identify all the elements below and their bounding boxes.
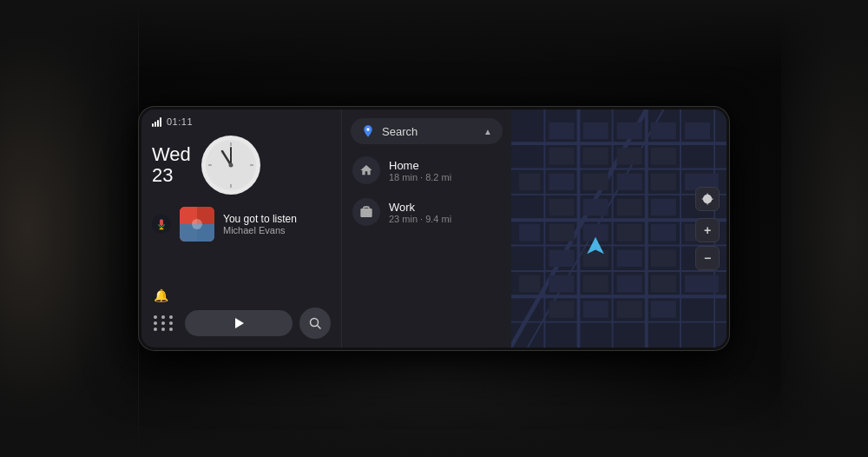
search-small-icon bbox=[309, 317, 321, 329]
svg-rect-44 bbox=[617, 148, 642, 165]
media-title: You got to listen bbox=[223, 213, 331, 225]
date-clock-area: Wed 23 bbox=[141, 130, 341, 202]
apps-grid[interactable] bbox=[152, 315, 174, 331]
location-button[interactable] bbox=[695, 187, 720, 211]
play-icon bbox=[233, 317, 245, 329]
svg-rect-49 bbox=[617, 173, 642, 190]
svg-rect-63 bbox=[582, 249, 608, 267]
map-panel: + − bbox=[511, 109, 727, 348]
svg-rect-60 bbox=[651, 224, 676, 242]
work-icon-circle bbox=[352, 198, 380, 226]
nav-search-text: Search bbox=[382, 125, 477, 138]
svg-rect-39 bbox=[617, 123, 642, 140]
svg-rect-70 bbox=[651, 275, 676, 293]
navigation-panel: Search ▲ Home 18 min · 8.2 mi bbox=[342, 109, 511, 348]
svg-rect-55 bbox=[651, 199, 676, 216]
map-svg bbox=[511, 109, 727, 348]
bell-icon: 🔔 bbox=[154, 288, 168, 302]
chevron-up-icon: ▲ bbox=[483, 127, 492, 136]
svg-rect-64 bbox=[617, 249, 642, 267]
svg-rect-75 bbox=[651, 301, 676, 318]
home-label: Home bbox=[389, 159, 501, 172]
svg-rect-53 bbox=[582, 199, 608, 216]
bottom-controls: 🔔 bbox=[141, 283, 341, 348]
nav-search-bar[interactable]: Search ▲ bbox=[351, 118, 503, 144]
svg-rect-72 bbox=[549, 301, 574, 318]
svg-rect-54 bbox=[617, 199, 642, 216]
svg-rect-68 bbox=[582, 275, 608, 293]
svg-rect-38 bbox=[582, 123, 608, 140]
home-detail: 18 min · 8.2 mi bbox=[389, 172, 501, 182]
status-time: 01:11 bbox=[167, 116, 193, 127]
svg-rect-40 bbox=[651, 123, 676, 140]
nav-item-home[interactable]: Home 18 min · 8.2 mi bbox=[342, 149, 511, 191]
media-section: You got to listen Michael Evans bbox=[141, 202, 341, 283]
date-display: Wed 23 bbox=[152, 144, 191, 186]
home-item-info: Home 18 min · 8.2 mi bbox=[389, 159, 501, 182]
svg-line-17 bbox=[318, 326, 321, 329]
maps-pin-icon bbox=[361, 124, 375, 138]
work-item-info: Work 23 min · 9.4 mi bbox=[389, 201, 501, 224]
zoom-out-button[interactable]: − bbox=[695, 246, 720, 270]
svg-rect-37 bbox=[549, 123, 574, 140]
svg-point-7 bbox=[228, 163, 233, 168]
svg-rect-71 bbox=[685, 275, 719, 293]
signal-icon bbox=[152, 116, 161, 127]
svg-rect-48 bbox=[582, 173, 608, 190]
status-bar: 01:11 bbox=[141, 109, 341, 130]
svg-rect-46 bbox=[519, 173, 540, 190]
svg-point-19 bbox=[366, 128, 369, 130]
screen-content: 01:11 Wed 23 bbox=[141, 109, 727, 348]
day-text: Wed bbox=[152, 144, 191, 165]
svg-rect-65 bbox=[651, 249, 676, 267]
svg-rect-62 bbox=[549, 249, 574, 267]
svg-rect-42 bbox=[549, 148, 574, 165]
work-icon bbox=[359, 205, 373, 219]
car-screen: 01:11 Wed 23 bbox=[139, 107, 729, 350]
svg-rect-56 bbox=[519, 224, 540, 242]
nav-item-work[interactable]: Work 23 min · 9.4 mi bbox=[342, 191, 511, 233]
album-art bbox=[180, 207, 214, 242]
svg-rect-41 bbox=[685, 123, 710, 140]
svg-rect-59 bbox=[617, 224, 642, 242]
svg-rect-69 bbox=[617, 275, 642, 293]
svg-rect-66 bbox=[519, 275, 540, 293]
home-icon bbox=[359, 163, 373, 177]
media-search-button[interactable] bbox=[299, 308, 331, 339]
svg-rect-73 bbox=[582, 301, 608, 318]
media-info: You got to listen Michael Evans bbox=[223, 213, 331, 235]
clock-widget bbox=[201, 136, 260, 195]
svg-marker-15 bbox=[235, 318, 244, 328]
svg-rect-74 bbox=[617, 301, 642, 318]
svg-rect-52 bbox=[549, 199, 574, 216]
svg-rect-67 bbox=[549, 275, 574, 293]
media-artist: Michael Evans bbox=[223, 225, 331, 235]
svg-rect-50 bbox=[651, 173, 676, 190]
clock-face bbox=[205, 139, 257, 191]
media-controls bbox=[152, 308, 331, 339]
zoom-in-button[interactable]: + bbox=[695, 218, 720, 242]
svg-rect-43 bbox=[582, 148, 608, 165]
svg-rect-45 bbox=[651, 148, 676, 165]
work-label: Work bbox=[389, 201, 501, 214]
work-detail: 23 min · 9.4 mi bbox=[389, 214, 501, 224]
media-row: You got to listen Michael Evans bbox=[152, 207, 331, 242]
google-mic-icon bbox=[152, 215, 171, 234]
svg-point-14 bbox=[192, 219, 202, 229]
svg-rect-57 bbox=[549, 224, 574, 242]
location-icon bbox=[701, 193, 713, 205]
left-panel: 01:11 Wed 23 bbox=[141, 109, 341, 348]
home-icon-circle bbox=[352, 156, 380, 184]
map-controls: + − bbox=[695, 187, 720, 270]
date-number: 23 bbox=[152, 165, 191, 186]
play-button[interactable] bbox=[185, 310, 293, 336]
svg-rect-47 bbox=[549, 173, 574, 190]
